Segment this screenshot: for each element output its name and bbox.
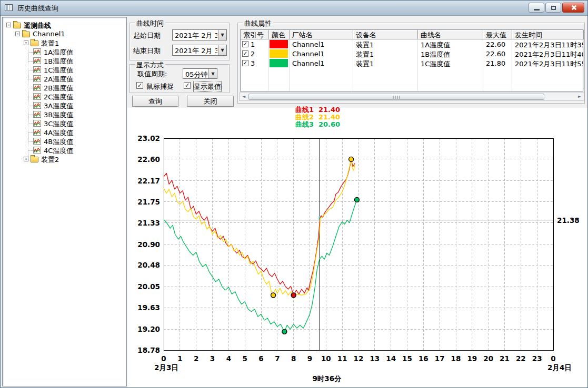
table-cell: 2021年2月3日11时40: [512, 49, 584, 58]
curve-icon: [33, 129, 41, 137]
table-filler-cell: [290, 68, 353, 91]
extreme-marker: [354, 197, 359, 202]
color-swatch: [270, 49, 288, 58]
curve-icon: [33, 75, 41, 84]
table-cell: 装置1: [353, 58, 418, 68]
table-cell[interactable]: ✓3: [241, 58, 269, 68]
y-tick-label: 20.90: [137, 240, 160, 249]
attr-table-hscrollbar[interactable]: ◄ ►: [239, 93, 584, 101]
table-header-5[interactable]: 最大值: [483, 30, 512, 39]
tree-node-curve-item[interactable]: 3C温度值: [3, 119, 126, 128]
curve-attr-table: 索引号颜色厂站名设备名曲线名最大值发生时间✓1Channel1装置11A温度值2…: [240, 29, 583, 91]
scroll-left-icon[interactable]: ◄: [240, 93, 248, 100]
y-tick-label: 22.60: [137, 155, 160, 164]
tree-connector: [28, 124, 33, 124]
end-date-dropdown-icon[interactable]: ▼: [218, 45, 226, 55]
close-button[interactable]: [562, 3, 584, 13]
restore-button[interactable]: [545, 3, 561, 13]
curve-icon: [33, 138, 41, 146]
x-tick-label: 11: [337, 354, 347, 363]
table-cell: 1B温度值: [418, 49, 483, 58]
collapse-icon[interactable]: -: [24, 40, 28, 45]
table-cell[interactable]: ✓1: [241, 39, 269, 49]
scrollbar-thumb[interactable]: [248, 94, 544, 100]
folder-icon: [31, 40, 38, 46]
plot-border: [164, 138, 553, 350]
mouse-capture-checkbox[interactable]: ✓: [136, 82, 143, 89]
tree-node-curve-item[interactable]: 3A温度值: [3, 101, 126, 110]
collapse-icon[interactable]: -: [15, 32, 20, 36]
end-date-select[interactable]: 2021年 2月 3 ▼: [172, 45, 227, 56]
tree-node-curve-item[interactable]: 2C温度值: [3, 92, 126, 101]
tree-node-curve-item[interactable]: 4B温度值: [3, 137, 126, 146]
y-tick-label: 20.05: [137, 282, 160, 291]
x-tick-label: 16: [418, 354, 428, 363]
tree-node-device1[interactable]: -装置1: [3, 38, 126, 47]
minimize-button[interactable]: [529, 3, 544, 13]
y-tick-label: 18.78: [137, 346, 160, 354]
row-checkbox[interactable]: ✓: [242, 60, 248, 66]
period-value: 05分钟: [185, 70, 208, 79]
show-extreme-checkbox[interactable]: ✓: [184, 82, 191, 89]
period-dropdown-icon[interactable]: ▼: [208, 69, 217, 78]
minimize-icon: [534, 9, 540, 11]
end-date-value: 2021年 2月 3: [175, 46, 217, 56]
table-header-3[interactable]: 设备名: [353, 30, 418, 39]
table-cell: [269, 39, 290, 49]
period-label: 取值周期:: [137, 69, 167, 79]
start-date-value: 2021年 2月 3: [175, 31, 217, 40]
tree-node-curve-item[interactable]: 1C温度值: [3, 65, 126, 74]
period-select[interactable]: 05分钟 ▼: [183, 68, 217, 79]
tree-connector: [28, 132, 33, 133]
table-header-6[interactable]: 发生时间: [512, 30, 584, 39]
tree-node-device2[interactable]: +装置2: [3, 155, 126, 164]
start-date-select[interactable]: 2021年 2月 3 ▼: [172, 29, 227, 40]
y-tick-label: 23.02: [137, 134, 160, 142]
row-index: 3: [251, 59, 255, 67]
table-cell[interactable]: ✓2: [241, 49, 269, 58]
crosshair-value-label: 21.38: [557, 216, 580, 224]
close-dialog-button[interactable]: 关闭: [187, 96, 234, 107]
titlebar[interactable]: 历史曲线查询: [1, 1, 587, 16]
table-header-0[interactable]: 索引号: [241, 30, 269, 39]
tree-node-curve-item[interactable]: 4C温度值: [3, 146, 126, 155]
table-cell: 2021年2月3日11时35: [512, 39, 584, 49]
history-curve-chart[interactable]: 23.0222.6022.1721.7521.3320.9020.4820.05…: [135, 130, 587, 387]
folder-icon: [22, 32, 30, 37]
folder-icon: [13, 23, 21, 28]
tree-node-curve-item[interactable]: 2B温度值: [3, 83, 126, 92]
collapse-icon[interactable]: -: [6, 23, 11, 27]
tree-node-curve-item[interactable]: 2A温度值: [3, 74, 126, 83]
restore-icon: [551, 6, 556, 10]
legend-entry: 曲线121.40: [295, 105, 340, 113]
tree-node-telemetry-root[interactable]: -遥测曲线: [3, 21, 126, 29]
tree-node-curve-item[interactable]: 1B温度值: [3, 56, 126, 65]
table-header-1[interactable]: 颜色: [269, 30, 290, 39]
query-button[interactable]: 查询: [132, 96, 178, 107]
curve-icon: [33, 84, 41, 93]
curve-icon: [33, 111, 41, 119]
x-tick-label: 13: [370, 354, 380, 363]
app-window: 历史曲线查询 -遥测曲线-Channel1-装置1 1A温度值 1B温度值 1C…: [0, 0, 588, 388]
scroll-right-icon[interactable]: ►: [575, 93, 584, 100]
tree-node-curve-item[interactable]: 1A温度值: [3, 47, 126, 56]
tree-node-curve-item[interactable]: 3B温度值: [3, 110, 126, 119]
table-cell: [269, 49, 290, 58]
start-date-dropdown-icon[interactable]: ▼: [218, 30, 226, 40]
curve-icon: [33, 147, 41, 155]
tree-node-channel1[interactable]: -Channel1: [3, 29, 126, 38]
curve-icon: [33, 66, 41, 75]
curve-icon: [33, 57, 41, 66]
row-checkbox[interactable]: ✓: [242, 50, 248, 57]
start-date-label: 起始日期: [133, 31, 161, 40]
tree-connector: [28, 52, 33, 53]
x-tick-label: 0: [161, 354, 166, 363]
table-header-2[interactable]: 厂站名: [290, 30, 353, 39]
table-cell: 22.60: [483, 49, 512, 58]
row-checkbox[interactable]: ✓: [242, 41, 248, 47]
app-icon: [5, 4, 13, 11]
table-header-4[interactable]: 曲线名: [418, 30, 483, 39]
x-tick-label: 2: [194, 354, 198, 363]
close-icon: [571, 5, 576, 11]
tree-node-curve-item[interactable]: 4A温度值: [3, 128, 126, 137]
